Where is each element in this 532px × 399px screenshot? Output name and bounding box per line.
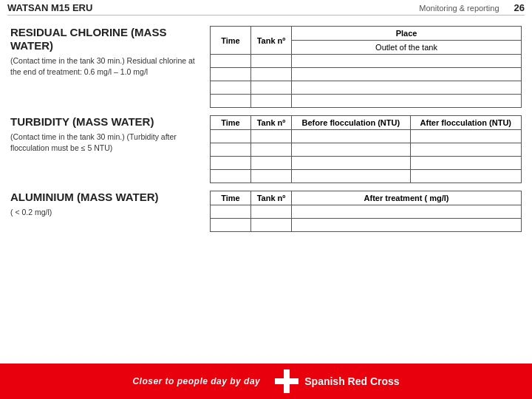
table-row [211,130,522,143]
table-row [211,81,522,95]
table-row [211,68,522,81]
app-title: WATSAN M15 ERU [7,2,92,13]
col-time-3: Time [211,191,251,205]
org-name: Spanish Red Cross [304,375,399,387]
col-tank-2: Tank nº [251,116,292,130]
monitoring-label: Monitoring & reporting [419,4,499,13]
table-row [211,143,522,157]
red-cross-logo: Spanish Red Cross [273,368,399,395]
residual-chlorine-section: RESIDUAL CHLORINE (MASS WATER) (Contact … [10,26,522,108]
page-number: 26 [514,2,525,13]
table-row [211,95,522,108]
table-row [211,157,522,170]
col-tank-3: Tank nº [251,191,292,205]
outlet-cell: Outlet of the tank [292,41,522,55]
turbidity-title: TURBIDITY (MASS WATER) [10,115,197,129]
col-after-treatment: After treatment ( mg/l) [292,191,522,205]
col-before-floc: Before flocculation (NTU) [292,116,411,130]
aluminium-section: ALUMINIUM (MASS WATER) ( < 0.2 mg/l) Tim… [10,191,522,232]
svg-rect-1 [275,378,299,384]
residual-chlorine-title: RESIDUAL CHLORINE (MASS WATER) [10,26,197,52]
col-place: Place [292,27,522,41]
turbidity-section: TURBIDITY (MASS WATER) (Contact time in … [10,115,522,183]
red-cross-icon [273,368,300,395]
col-tank-1: Tank nº [251,27,292,55]
aluminium-table: Time Tank nº After treatment ( mg/l) [210,191,522,232]
col-after-floc: After flocculation (NTU) [410,116,521,130]
table-row [211,170,522,183]
aluminium-subtitle: ( < 0.2 mg/l) [10,207,197,218]
table-row [211,55,522,68]
residual-chlorine-subtitle: (Contact time in the tank 30 min.) Resid… [10,55,197,77]
table-row [211,205,522,219]
table-row [211,219,522,232]
footer-bar: Closer to people day by day Spanish Red … [0,364,532,399]
col-time-1: Time [211,27,251,55]
turbidity-subtitle: (Contact time in the tank 30 min.) (Turb… [10,132,197,153]
aluminium-title: ALUMINIUM (MASS WATER) [10,191,197,204]
residual-chlorine-table: Time Tank nº Place Outlet of the tank [210,26,522,108]
col-time-2: Time [211,116,251,130]
turbidity-table: Time Tank nº Before flocculation (NTU) A… [210,115,522,183]
footer-tagline: Closer to people day by day [132,376,260,386]
